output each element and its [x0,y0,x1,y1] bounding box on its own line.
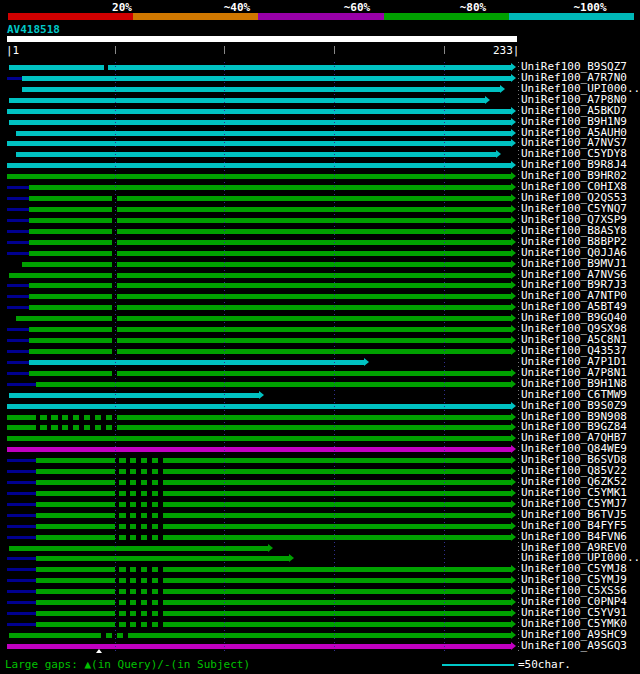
hit-arrow-icon [511,161,516,169]
hit-bar[interactable] [7,163,512,168]
hit-bar[interactable] [29,283,512,288]
hit-bar[interactable] [29,240,512,245]
hit-arrow-icon [289,554,294,562]
subject-gap-dash [126,469,130,474]
hit-bar[interactable] [7,404,512,409]
hit-bar[interactable] [7,141,512,146]
hit-bar[interactable] [29,218,512,223]
hit-bar[interactable] [29,360,365,365]
hit-bar[interactable] [36,589,513,594]
hit-bar[interactable] [9,98,486,103]
hit-bar[interactable] [7,436,512,441]
subject-gap-dash [126,589,130,594]
subject-gap-dash [147,567,151,572]
hit-arrow-icon [511,63,516,71]
hit-bar[interactable] [29,196,512,201]
hit-arrow-icon [268,544,273,552]
hit-bar[interactable] [29,185,512,190]
hit-bar[interactable] [16,131,512,136]
subject-gap-dash [147,589,151,594]
hit-bar[interactable] [22,87,501,92]
hit-bar[interactable] [29,229,512,234]
hit-bar[interactable] [16,152,497,157]
hit-bar[interactable] [36,480,513,485]
subject-gap-dash [126,513,130,518]
subject-gap-dash [36,425,40,430]
hit-bar[interactable] [36,622,513,627]
hit-bar[interactable] [36,535,513,540]
subject-gap-dash [126,535,130,540]
hit-arrow-icon [511,183,516,191]
hit-arrow-icon [511,129,516,137]
hit-bar[interactable] [7,109,512,114]
subject-gap-dash [147,502,151,507]
hit-arrow-icon [511,314,516,322]
subject-gap-dash [136,589,140,594]
hit-bar[interactable] [36,469,513,474]
hit-bar[interactable] [29,294,512,299]
unaligned-segment [7,503,36,506]
subject-gap-dash [158,491,162,496]
hit-bar[interactable] [36,600,513,605]
unaligned-segment [7,514,36,517]
hit-arrow-icon [511,423,516,431]
hit-bar[interactable] [36,491,513,496]
hit-bar[interactable] [9,633,512,638]
hit-bar[interactable] [36,382,513,387]
hit-bar[interactable] [29,338,512,343]
hit-arrow-icon [511,609,516,617]
hit-bar[interactable] [29,305,512,310]
hit-arrow-icon [511,489,516,497]
unaligned-segment [7,284,29,287]
subject-gap-dash [136,513,140,518]
hit-bar[interactable] [36,556,291,561]
hit-arrow-icon [511,194,516,202]
grid-line [334,62,335,652]
unaligned-segment [7,557,36,560]
unaligned-segment [7,306,29,309]
hit-arrow-icon [511,522,516,530]
unaligned-segment [7,295,29,298]
subject-gap-dash [101,633,105,638]
identity-scale-labels: 20%~40%~60%~80%~100% [0,1,640,12]
hit-bar[interactable] [7,644,512,649]
hit-bar[interactable] [36,458,513,463]
subject-gap-dash [47,425,51,430]
hit-label[interactable]: UniRef100_A9SGQ3 [521,641,627,652]
unaligned-segment [7,383,36,386]
hit-bar[interactable] [9,120,512,125]
hit-bar[interactable] [16,316,512,321]
hit-bar[interactable] [29,251,512,256]
hit-bar[interactable] [29,349,512,354]
hit-bar[interactable] [29,207,512,212]
hit-bar[interactable] [36,578,513,583]
hit-bar[interactable] [9,65,512,70]
hit-bar[interactable] [7,174,512,179]
hit-bar[interactable] [9,273,512,278]
hit-bar[interactable] [7,447,512,452]
subject-gap-dash [90,415,94,420]
subject-gap-dash [136,535,140,540]
hit-arrow-icon [511,576,516,584]
hit-bar[interactable] [36,567,513,572]
hit-bar[interactable] [36,611,513,616]
hit-bar[interactable] [9,393,260,398]
coord-end-label: 233| [493,44,520,57]
hit-bar[interactable] [36,502,513,507]
unaligned-segment [7,579,36,582]
hit-arrow-icon [511,74,516,82]
hit-bar[interactable] [29,371,512,376]
hit-bar[interactable] [22,76,512,81]
hit-bar[interactable] [22,262,512,267]
hit-arrow-icon [511,260,516,268]
hit-arrow-icon [511,402,516,410]
subject-gap-dash [126,578,130,583]
unaligned-segment [7,219,29,222]
hit-bar[interactable] [36,524,513,529]
hit-bar[interactable] [9,546,268,551]
hit-bar[interactable] [36,513,513,518]
subject-gap-dash [158,600,162,605]
subject-gap-dash [123,633,127,638]
hit-arrow-icon [511,587,516,595]
hit-bar[interactable] [29,327,512,332]
